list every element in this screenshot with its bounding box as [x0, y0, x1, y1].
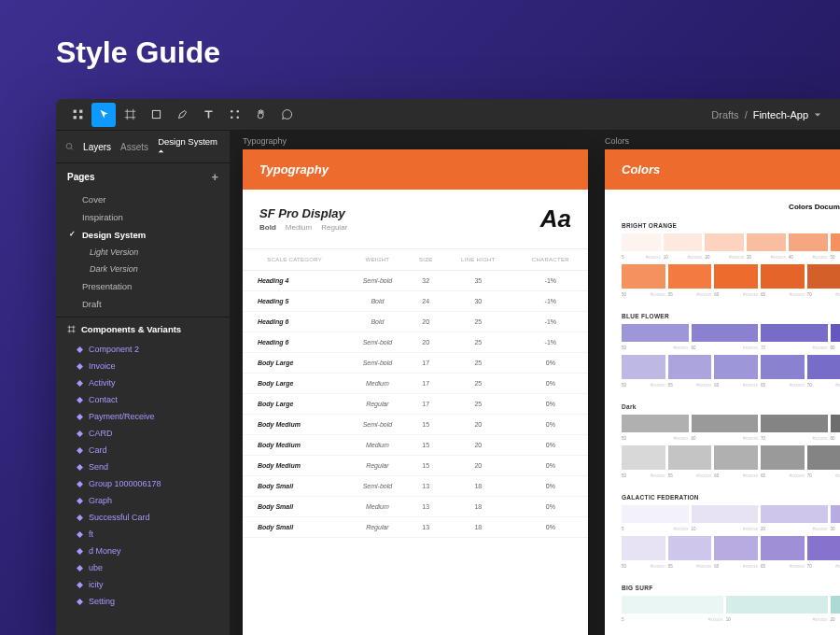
diamond-icon [77, 380, 83, 387]
component-item[interactable]: Setting [56, 593, 230, 610]
text-tool[interactable] [196, 103, 220, 127]
swatch[interactable]: 65#xxxxxx [761, 445, 805, 470]
frame-tool[interactable] [118, 103, 142, 127]
component-item[interactable]: Component 2 [56, 341, 230, 358]
swatch[interactable]: 50#xxxxxx [622, 415, 689, 432]
tab-assets[interactable]: Assets [120, 142, 148, 152]
component-item[interactable]: Graph [56, 492, 230, 509]
swatch[interactable]: 10#xxxxxx [692, 505, 759, 523]
swatch[interactable]: 30#xxxxxx [831, 505, 841, 523]
swatch[interactable]: 80#xxxxxx [831, 415, 841, 432]
swatch[interactable]: 70#xxxxxx [807, 264, 840, 289]
component-item[interactable]: ft [56, 526, 230, 543]
page-item[interactable]: Dark Version [56, 261, 230, 277]
comment-tool[interactable] [274, 103, 299, 127]
component-item[interactable]: Activity [56, 374, 230, 391]
swatch[interactable]: 20#xxxxxx [831, 596, 841, 614]
frame-typography[interactable]: Typography Typography SF Pro Display Bol… [243, 149, 588, 635]
component-item[interactable]: Group 1000006178 [56, 475, 230, 492]
component-item[interactable]: icity [56, 576, 230, 593]
swatch[interactable]: 60#xxxxxx [692, 415, 759, 432]
swatch[interactable]: 20#xxxxxx [761, 505, 828, 523]
swatch[interactable]: 80#xxxxxx [831, 324, 841, 342]
swatch[interactable]: 70#xxxxxx [761, 324, 828, 342]
add-page-button[interactable]: + [211, 170, 218, 184]
swatch[interactable]: 5#xxxxxx [622, 233, 661, 251]
swatch[interactable]: 70#xxxxxx [807, 355, 840, 379]
page-item[interactable]: Cover [56, 190, 230, 208]
page-picker[interactable]: Design System [158, 136, 220, 157]
component-item[interactable]: CARD [56, 425, 230, 442]
table-row: Body LargeRegular17250% [243, 394, 588, 415]
swatch[interactable]: 50#xxxxxx [622, 536, 665, 560]
swatch[interactable]: 5#xxxxxx [622, 596, 723, 614]
swatch[interactable]: 55#xxxxxx [668, 536, 712, 560]
palette-name: BIG SURF [622, 585, 840, 591]
swatch[interactable]: 50#xxxxxx [622, 445, 665, 470]
palette: BIG SURF5#xxxxxx10#xxxxxx20#xxxxxx30#xxx… [622, 585, 840, 614]
swatch[interactable]: 65#xxxxxx [761, 536, 805, 560]
swatch[interactable]: 10#xxxxxx [664, 233, 703, 251]
frame-colors[interactable]: Colors Colors Colors Documentation BRIGH… [605, 149, 840, 635]
frame-label: Typography [243, 136, 287, 146]
swatch[interactable]: 50#xxxxxx [622, 355, 665, 379]
canvas[interactable]: Typography Typography SF Pro Display Bol… [230, 131, 840, 635]
move-tool[interactable] [91, 103, 116, 127]
breadcrumb-current: Fintech-App [753, 109, 808, 120]
swatch[interactable]: 60#xxxxxx [692, 324, 759, 342]
design-app-window: Drafts / Fintech-App Layers Assets Desig… [56, 99, 840, 635]
breadcrumb[interactable]: Drafts / Fintech-App [711, 109, 821, 120]
search-icon[interactable] [65, 142, 74, 151]
tab-layers[interactable]: Layers [83, 142, 111, 152]
page-item[interactable]: Presentation [56, 277, 230, 295]
hand-tool[interactable] [248, 103, 273, 127]
swatch[interactable]: 50#xxxxxx [622, 324, 689, 342]
swatch[interactable]: 10#xxxxxx [726, 596, 828, 614]
swatch[interactable]: 5#xxxxxx [622, 505, 689, 523]
hero-title: Style Guide [56, 35, 220, 70]
typography-table: SCALE CATEGORYWEIGHTSIZELINE HIGHTCHARAC… [243, 249, 588, 538]
chevron-down-icon [814, 111, 821, 119]
swatch[interactable]: 70#xxxxxx [807, 445, 840, 470]
component-item[interactable]: Successful Card [56, 509, 230, 526]
swatch[interactable]: 55#xxxxxx [668, 445, 712, 470]
swatch[interactable]: 55#xxxxxx [668, 264, 712, 289]
shape-tool[interactable] [144, 103, 168, 127]
swatch[interactable]: 50#xxxxxx [831, 233, 840, 251]
component-item[interactable]: d Money [56, 543, 230, 559]
swatch[interactable]: 40#xxxxxx [789, 233, 828, 251]
swatch[interactable]: 65#xxxxxx [761, 264, 805, 289]
page-item[interactable]: Inspiration [56, 208, 230, 226]
svg-point-7 [231, 117, 232, 119]
component-item[interactable]: ube [56, 559, 230, 576]
frame-label: Colors [605, 136, 629, 146]
page-item[interactable]: Light Version [56, 244, 230, 261]
component-item[interactable]: Invoice [56, 358, 230, 374]
pen-tool[interactable] [170, 103, 194, 127]
component-item[interactable]: Send [56, 459, 230, 475]
swatch[interactable]: 50#xxxxxx [622, 264, 665, 289]
swatch[interactable]: 60#xxxxxx [714, 264, 758, 289]
swatch[interactable]: 60#xxxxxx [714, 445, 758, 470]
table-row: Body MediumMedium15200% [243, 435, 588, 456]
component-item[interactable]: Contact [56, 391, 230, 408]
page-item[interactable]: Draft [56, 295, 230, 313]
swatch[interactable]: 60#xxxxxx [714, 536, 758, 560]
swatch[interactable]: 30#xxxxxx [747, 233, 786, 251]
swatch[interactable]: 20#xxxxxx [705, 233, 744, 251]
table-row: Body MediumRegular15200% [243, 456, 588, 476]
components-header[interactable]: Components & Variants [56, 317, 230, 341]
svg-rect-1 [73, 116, 76, 119]
page-item[interactable]: Design System [56, 226, 230, 244]
swatch[interactable]: 60#xxxxxx [714, 355, 758, 379]
swatch[interactable]: 65#xxxxxx [761, 355, 805, 379]
component-item[interactable]: Card [56, 442, 230, 459]
swatch[interactable]: 70#xxxxxx [761, 415, 828, 432]
swatch[interactable]: 70#xxxxxx [807, 536, 840, 560]
page-list: CoverInspirationDesign SystemLight Versi… [56, 190, 230, 313]
swatch[interactable]: 55#xxxxxx [668, 355, 712, 379]
resources-tool[interactable] [222, 103, 246, 127]
menu-tool[interactable] [65, 103, 90, 127]
component-item[interactable]: Payment/Receive [56, 408, 230, 425]
diamond-icon [77, 548, 83, 555]
